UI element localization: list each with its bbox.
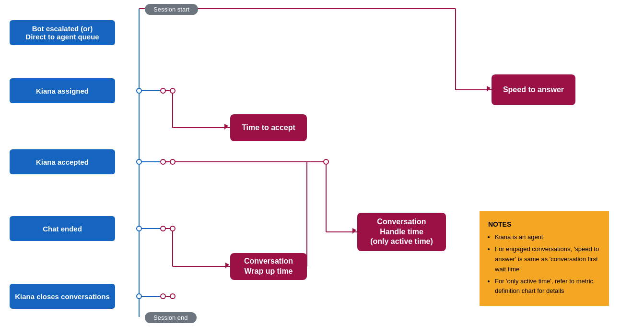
svg-point-27	[137, 226, 141, 231]
svg-marker-36	[225, 263, 229, 268]
svg-point-32	[170, 294, 175, 299]
event-box-closes: Kiana closes conversations	[10, 284, 115, 309]
svg-point-23	[137, 159, 141, 164]
event-box-chat-ended: Chat ended	[10, 216, 115, 241]
event-box-assigned: Kiana assigned	[10, 78, 115, 103]
conversation-handle-box: Conversation Handle time (only active ti…	[357, 213, 446, 251]
event-box-bot: Bot escalated (or) Direct to agent queue	[10, 20, 115, 45]
notes-list: Kiana is an agent For engaged conversati…	[488, 232, 600, 296]
notes-item-3: For 'only active time', refer to metric …	[495, 277, 600, 297]
svg-point-25	[170, 159, 175, 164]
svg-point-29	[170, 226, 175, 231]
svg-point-21	[170, 88, 175, 93]
notes-item-1: Kiana is an agent	[495, 232, 600, 242]
svg-point-31	[161, 294, 165, 299]
diagram-container: Session start Bot escalated (or) Direct …	[0, 0, 644, 327]
svg-point-28	[161, 226, 165, 231]
svg-marker-34	[487, 86, 491, 92]
time-to-accept-box: Time to accept	[230, 114, 307, 141]
svg-point-24	[161, 159, 165, 164]
svg-point-20	[161, 88, 165, 93]
session-start-label: Session start	[145, 4, 198, 15]
wrap-up-box: Conversation Wrap up time	[230, 253, 307, 280]
svg-marker-33	[224, 124, 228, 130]
notes-title: NOTES	[488, 219, 600, 230]
svg-point-22	[137, 88, 141, 93]
svg-marker-35	[352, 228, 356, 234]
svg-point-26	[324, 159, 328, 164]
session-end-label: Session end	[145, 312, 197, 323]
notes-box: NOTES Kiana is an agent For engaged conv…	[480, 211, 609, 306]
speed-to-answer-box: Speed to answer	[492, 74, 575, 105]
notes-item-2: For engaged conversations, 'speed to ans…	[495, 244, 600, 274]
svg-point-30	[137, 294, 141, 299]
event-box-accepted: Kiana accepted	[10, 149, 115, 174]
